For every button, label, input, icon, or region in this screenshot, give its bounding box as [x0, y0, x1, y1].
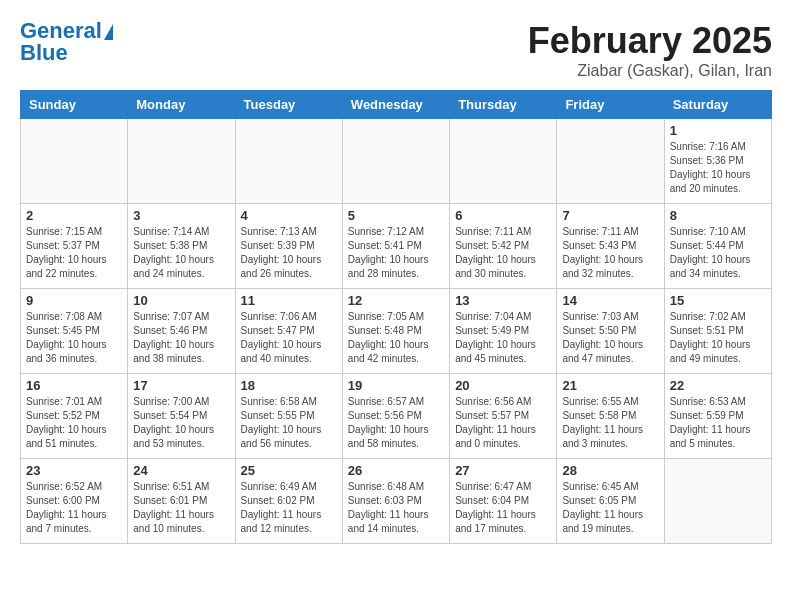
logo-text: General — [20, 20, 102, 42]
calendar-cell: 10Sunrise: 7:07 AM Sunset: 5:46 PM Dayli… — [128, 289, 235, 374]
weekday-header: Friday — [557, 91, 664, 119]
day-number: 18 — [241, 378, 337, 393]
calendar-cell: 4Sunrise: 7:13 AM Sunset: 5:39 PM Daylig… — [235, 204, 342, 289]
calendar-cell: 22Sunrise: 6:53 AM Sunset: 5:59 PM Dayli… — [664, 374, 771, 459]
day-info: Sunrise: 6:47 AM Sunset: 6:04 PM Dayligh… — [455, 480, 551, 536]
day-number: 22 — [670, 378, 766, 393]
day-info: Sunrise: 7:08 AM Sunset: 5:45 PM Dayligh… — [26, 310, 122, 366]
day-number: 4 — [241, 208, 337, 223]
calendar-cell: 26Sunrise: 6:48 AM Sunset: 6:03 PM Dayli… — [342, 459, 449, 544]
day-number: 6 — [455, 208, 551, 223]
calendar-subtitle: Ziabar (Gaskar), Gilan, Iran — [528, 62, 772, 80]
day-info: Sunrise: 6:45 AM Sunset: 6:05 PM Dayligh… — [562, 480, 658, 536]
day-info: Sunrise: 7:04 AM Sunset: 5:49 PM Dayligh… — [455, 310, 551, 366]
page-header: General Blue February 2025 Ziabar (Gaska… — [20, 20, 772, 80]
calendar-cell: 13Sunrise: 7:04 AM Sunset: 5:49 PM Dayli… — [450, 289, 557, 374]
day-number: 26 — [348, 463, 444, 478]
calendar-cell: 23Sunrise: 6:52 AM Sunset: 6:00 PM Dayli… — [21, 459, 128, 544]
day-info: Sunrise: 6:53 AM Sunset: 5:59 PM Dayligh… — [670, 395, 766, 451]
day-info: Sunrise: 6:51 AM Sunset: 6:01 PM Dayligh… — [133, 480, 229, 536]
day-info: Sunrise: 7:07 AM Sunset: 5:46 PM Dayligh… — [133, 310, 229, 366]
day-number: 27 — [455, 463, 551, 478]
day-number: 15 — [670, 293, 766, 308]
calendar-title: February 2025 — [528, 20, 772, 62]
calendar-cell: 6Sunrise: 7:11 AM Sunset: 5:42 PM Daylig… — [450, 204, 557, 289]
day-number: 24 — [133, 463, 229, 478]
calendar-cell: 19Sunrise: 6:57 AM Sunset: 5:56 PM Dayli… — [342, 374, 449, 459]
day-number: 8 — [670, 208, 766, 223]
day-info: Sunrise: 7:11 AM Sunset: 5:43 PM Dayligh… — [562, 225, 658, 281]
calendar-cell: 20Sunrise: 6:56 AM Sunset: 5:57 PM Dayli… — [450, 374, 557, 459]
day-info: Sunrise: 6:49 AM Sunset: 6:02 PM Dayligh… — [241, 480, 337, 536]
weekday-header: Wednesday — [342, 91, 449, 119]
calendar-cell: 15Sunrise: 7:02 AM Sunset: 5:51 PM Dayli… — [664, 289, 771, 374]
week-row: 9Sunrise: 7:08 AM Sunset: 5:45 PM Daylig… — [21, 289, 772, 374]
day-info: Sunrise: 7:10 AM Sunset: 5:44 PM Dayligh… — [670, 225, 766, 281]
day-info: Sunrise: 7:16 AM Sunset: 5:36 PM Dayligh… — [670, 140, 766, 196]
day-info: Sunrise: 7:06 AM Sunset: 5:47 PM Dayligh… — [241, 310, 337, 366]
day-number: 28 — [562, 463, 658, 478]
day-info: Sunrise: 7:02 AM Sunset: 5:51 PM Dayligh… — [670, 310, 766, 366]
weekday-header: Saturday — [664, 91, 771, 119]
calendar-cell: 18Sunrise: 6:58 AM Sunset: 5:55 PM Dayli… — [235, 374, 342, 459]
logo: General Blue — [20, 20, 113, 64]
calendar-cell — [664, 459, 771, 544]
day-info: Sunrise: 6:57 AM Sunset: 5:56 PM Dayligh… — [348, 395, 444, 451]
day-number: 3 — [133, 208, 229, 223]
calendar-cell: 25Sunrise: 6:49 AM Sunset: 6:02 PM Dayli… — [235, 459, 342, 544]
day-info: Sunrise: 6:56 AM Sunset: 5:57 PM Dayligh… — [455, 395, 551, 451]
weekday-header: Sunday — [21, 91, 128, 119]
logo-blue: Blue — [20, 42, 113, 64]
calendar-cell — [342, 119, 449, 204]
calendar-cell: 7Sunrise: 7:11 AM Sunset: 5:43 PM Daylig… — [557, 204, 664, 289]
day-number: 25 — [241, 463, 337, 478]
calendar-cell: 14Sunrise: 7:03 AM Sunset: 5:50 PM Dayli… — [557, 289, 664, 374]
calendar-cell: 27Sunrise: 6:47 AM Sunset: 6:04 PM Dayli… — [450, 459, 557, 544]
day-info: Sunrise: 6:48 AM Sunset: 6:03 PM Dayligh… — [348, 480, 444, 536]
calendar-cell: 16Sunrise: 7:01 AM Sunset: 5:52 PM Dayli… — [21, 374, 128, 459]
day-info: Sunrise: 7:12 AM Sunset: 5:41 PM Dayligh… — [348, 225, 444, 281]
calendar-table: SundayMondayTuesdayWednesdayThursdayFrid… — [20, 90, 772, 544]
week-row: 1Sunrise: 7:16 AM Sunset: 5:36 PM Daylig… — [21, 119, 772, 204]
calendar-cell: 12Sunrise: 7:05 AM Sunset: 5:48 PM Dayli… — [342, 289, 449, 374]
weekday-header: Thursday — [450, 91, 557, 119]
day-number: 19 — [348, 378, 444, 393]
calendar-cell — [235, 119, 342, 204]
day-info: Sunrise: 6:52 AM Sunset: 6:00 PM Dayligh… — [26, 480, 122, 536]
day-number: 5 — [348, 208, 444, 223]
day-info: Sunrise: 7:14 AM Sunset: 5:38 PM Dayligh… — [133, 225, 229, 281]
calendar-cell: 2Sunrise: 7:15 AM Sunset: 5:37 PM Daylig… — [21, 204, 128, 289]
title-block: February 2025 Ziabar (Gaskar), Gilan, Ir… — [528, 20, 772, 80]
day-number: 9 — [26, 293, 122, 308]
weekday-header-row: SundayMondayTuesdayWednesdayThursdayFrid… — [21, 91, 772, 119]
day-number: 12 — [348, 293, 444, 308]
day-number: 16 — [26, 378, 122, 393]
week-row: 23Sunrise: 6:52 AM Sunset: 6:00 PM Dayli… — [21, 459, 772, 544]
weekday-header: Monday — [128, 91, 235, 119]
day-number: 13 — [455, 293, 551, 308]
week-row: 16Sunrise: 7:01 AM Sunset: 5:52 PM Dayli… — [21, 374, 772, 459]
calendar-cell: 11Sunrise: 7:06 AM Sunset: 5:47 PM Dayli… — [235, 289, 342, 374]
day-number: 2 — [26, 208, 122, 223]
day-number: 21 — [562, 378, 658, 393]
calendar-cell: 8Sunrise: 7:10 AM Sunset: 5:44 PM Daylig… — [664, 204, 771, 289]
day-number: 14 — [562, 293, 658, 308]
calendar-cell: 9Sunrise: 7:08 AM Sunset: 5:45 PM Daylig… — [21, 289, 128, 374]
logo-icon — [104, 24, 113, 40]
day-number: 11 — [241, 293, 337, 308]
day-info: Sunrise: 6:55 AM Sunset: 5:58 PM Dayligh… — [562, 395, 658, 451]
day-info: Sunrise: 7:13 AM Sunset: 5:39 PM Dayligh… — [241, 225, 337, 281]
day-number: 1 — [670, 123, 766, 138]
day-number: 23 — [26, 463, 122, 478]
day-info: Sunrise: 7:03 AM Sunset: 5:50 PM Dayligh… — [562, 310, 658, 366]
calendar-cell: 24Sunrise: 6:51 AM Sunset: 6:01 PM Dayli… — [128, 459, 235, 544]
day-number: 17 — [133, 378, 229, 393]
day-info: Sunrise: 7:11 AM Sunset: 5:42 PM Dayligh… — [455, 225, 551, 281]
day-number: 10 — [133, 293, 229, 308]
day-info: Sunrise: 7:05 AM Sunset: 5:48 PM Dayligh… — [348, 310, 444, 366]
day-info: Sunrise: 7:00 AM Sunset: 5:54 PM Dayligh… — [133, 395, 229, 451]
calendar-cell: 28Sunrise: 6:45 AM Sunset: 6:05 PM Dayli… — [557, 459, 664, 544]
calendar-cell: 3Sunrise: 7:14 AM Sunset: 5:38 PM Daylig… — [128, 204, 235, 289]
day-number: 7 — [562, 208, 658, 223]
day-info: Sunrise: 7:15 AM Sunset: 5:37 PM Dayligh… — [26, 225, 122, 281]
